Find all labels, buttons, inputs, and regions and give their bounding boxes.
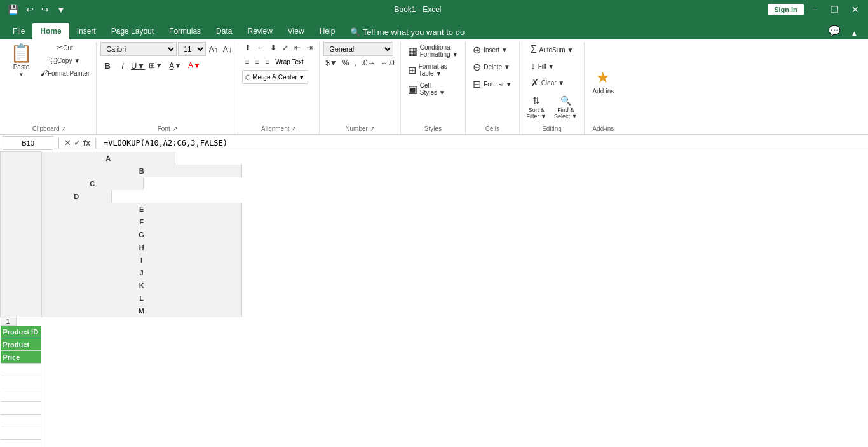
underline-button[interactable]: U▼ bbox=[131, 58, 145, 72]
font-name-select[interactable]: Calibri bbox=[100, 42, 177, 56]
cell[interactable] bbox=[1, 427, 42, 440]
col-header-D[interactable]: D bbox=[42, 190, 112, 203]
col-header-H[interactable]: H bbox=[42, 241, 242, 254]
formula-icons: ✕ ✓ fx bbox=[64, 138, 91, 148]
indent-decrease-btn[interactable]: ⇤ bbox=[292, 42, 303, 53]
indent-increase-btn[interactable]: ⇥ bbox=[304, 42, 315, 53]
number-format-select[interactable]: General bbox=[323, 42, 393, 56]
cell[interactable]: Product ID bbox=[1, 326, 42, 338]
border-button[interactable]: ⊞▼ bbox=[146, 60, 165, 71]
minimize-button[interactable]: − bbox=[809, 3, 822, 16]
quick-access-dropdown[interactable]: ▼ bbox=[54, 3, 68, 16]
cell-styles-btn[interactable]: ▣ CellStyles ▼ bbox=[405, 80, 449, 98]
copy-button[interactable]: ⿻ Copy ▼ bbox=[37, 55, 92, 66]
insert-label: Insert ▼ bbox=[484, 46, 508, 53]
merge-dropdown-icon[interactable]: ▼ bbox=[299, 74, 305, 81]
cell[interactable] bbox=[1, 364, 42, 376]
tab-review[interactable]: Review bbox=[240, 23, 280, 39]
wrap-text-button[interactable]: Wrap Text bbox=[273, 55, 306, 69]
increase-decimal-btn[interactable]: .0→ bbox=[360, 57, 377, 69]
font-color-button[interactable]: A▼ bbox=[186, 60, 203, 71]
align-middle-btn[interactable]: ↔ bbox=[254, 42, 267, 53]
align-left-btn[interactable]: ≡ bbox=[242, 55, 252, 69]
save-quick-btn[interactable]: 💾 bbox=[5, 3, 21, 16]
col-header-G[interactable]: G bbox=[42, 228, 242, 241]
col-header-C[interactable]: C bbox=[42, 177, 144, 190]
paste-dropdown-arrow[interactable]: ▼ bbox=[19, 72, 24, 78]
tab-file[interactable]: File bbox=[5, 23, 32, 39]
redo-quick-btn[interactable]: ↪ bbox=[39, 3, 51, 16]
orient-btn[interactable]: ⤢ bbox=[280, 42, 291, 53]
sign-in-button[interactable]: Sign in bbox=[768, 4, 804, 15]
col-header-M[interactable]: M bbox=[42, 305, 242, 317]
insert-cells-btn[interactable]: ⊕ Insert ▼ bbox=[470, 42, 511, 58]
tab-page-layout[interactable]: Page Layout bbox=[104, 23, 161, 39]
tab-insert[interactable]: Insert bbox=[69, 23, 104, 39]
italic-button[interactable]: I bbox=[116, 58, 130, 72]
tab-view[interactable]: View bbox=[280, 23, 312, 39]
col-header-K[interactable]: K bbox=[42, 279, 242, 292]
enter-formula-icon[interactable]: ✓ bbox=[74, 138, 81, 148]
insert-function-icon[interactable]: fx bbox=[83, 138, 91, 148]
comments-icon[interactable]: 💬 bbox=[823, 22, 846, 39]
cell[interactable]: Product bbox=[1, 338, 42, 351]
comma-btn[interactable]: , bbox=[352, 57, 358, 69]
col-header-B[interactable]: B bbox=[42, 165, 242, 177]
addins-btn[interactable]: ★ Add-ins bbox=[588, 61, 618, 103]
increase-font-btn[interactable]: A↑ bbox=[207, 43, 220, 55]
fill-btn[interactable]: ↓ Fill ▼ bbox=[527, 58, 557, 74]
format-cells-btn[interactable]: ⊟ Format ▼ bbox=[470, 76, 515, 92]
tab-home[interactable]: Home bbox=[32, 23, 69, 39]
clear-btn[interactable]: ✗ Clear ▼ bbox=[527, 75, 568, 91]
col-header-I[interactable]: I bbox=[42, 254, 242, 266]
decrease-decimal-btn[interactable]: ←.0 bbox=[379, 57, 397, 69]
format-painter-button[interactable]: 🖌 Format Painter bbox=[37, 67, 92, 79]
autosum-btn[interactable]: Σ AutoSum ▼ bbox=[527, 42, 577, 57]
font-size-select[interactable]: 11 bbox=[178, 42, 206, 56]
cell-reference-box[interactable] bbox=[3, 136, 53, 150]
tab-help[interactable]: Help bbox=[312, 23, 343, 39]
delete-cells-btn[interactable]: ⊖ Delete ▼ bbox=[470, 59, 513, 75]
cell[interactable] bbox=[1, 389, 42, 402]
tab-data[interactable]: Data bbox=[208, 23, 240, 39]
cell[interactable]: Price bbox=[1, 351, 42, 364]
sort-filter-btn[interactable]: ⇅ Sort &Filter ▼ bbox=[524, 93, 550, 121]
cancel-formula-icon[interactable]: ✕ bbox=[64, 138, 71, 148]
conditional-formatting-btn[interactable]: ▦ ConditionalFormatting ▼ bbox=[405, 42, 461, 60]
autosum-icon: Σ bbox=[531, 44, 537, 55]
format-as-table-btn[interactable]: ⊞ Format asTable ▼ bbox=[405, 61, 451, 79]
align-top-btn[interactable]: ⬆ bbox=[242, 42, 254, 53]
bold-button[interactable]: B bbox=[100, 58, 114, 72]
col-header-J[interactable]: J bbox=[42, 266, 242, 279]
cell[interactable] bbox=[1, 415, 42, 427]
percent-btn[interactable]: % bbox=[341, 57, 351, 69]
cell[interactable] bbox=[1, 440, 42, 447]
cell[interactable] bbox=[1, 376, 42, 389]
col-header-L[interactable]: L bbox=[42, 292, 242, 305]
tab-formulas[interactable]: Formulas bbox=[161, 23, 208, 39]
font-content: Calibri 11 A↑ A↓ B I U▼ ⊞▼ A̲▼ A▼ bbox=[100, 42, 234, 124]
align-row2: ≡ ≡ ≡ Wrap Text bbox=[242, 55, 306, 69]
undo-quick-btn[interactable]: ↩ bbox=[24, 3, 36, 16]
align-center-btn[interactable]: ≡ bbox=[252, 55, 262, 69]
decrease-font-btn[interactable]: A↓ bbox=[221, 43, 234, 55]
col-header-E[interactable]: E bbox=[42, 203, 242, 216]
find-select-btn[interactable]: 🔍 Find &Select ▼ bbox=[551, 93, 580, 121]
paste-button[interactable]: 📋 Paste ▼ bbox=[6, 42, 36, 80]
scroll-container[interactable]: A B C D E F G H I J K L M 1Product IDPro… bbox=[0, 151, 868, 447]
align-bottom-btn[interactable]: ⬇ bbox=[268, 42, 279, 53]
merge-center-button[interactable]: ⬡ Merge & Center ▼ bbox=[242, 70, 308, 84]
currency-btn[interactable]: $▼ bbox=[323, 57, 339, 69]
align-right-btn[interactable]: ≡ bbox=[262, 55, 272, 69]
restore-button[interactable]: ❒ bbox=[827, 3, 843, 16]
tell-me-input[interactable]: 🔍 Tell me what you want to do bbox=[345, 25, 470, 39]
close-button[interactable]: ✕ bbox=[848, 3, 863, 16]
cell[interactable] bbox=[1, 402, 42, 415]
cut-button[interactable]: ✂ Cut bbox=[37, 42, 92, 53]
fill-color-button[interactable]: A̲▼ bbox=[166, 60, 184, 71]
ribbon-collapse-btn[interactable]: ▲ bbox=[846, 27, 863, 39]
row-header-1[interactable]: 1 bbox=[1, 317, 17, 326]
formula-input[interactable] bbox=[101, 136, 865, 150]
col-header-F[interactable]: F bbox=[42, 216, 242, 228]
col-header-A[interactable]: A bbox=[42, 152, 175, 165]
